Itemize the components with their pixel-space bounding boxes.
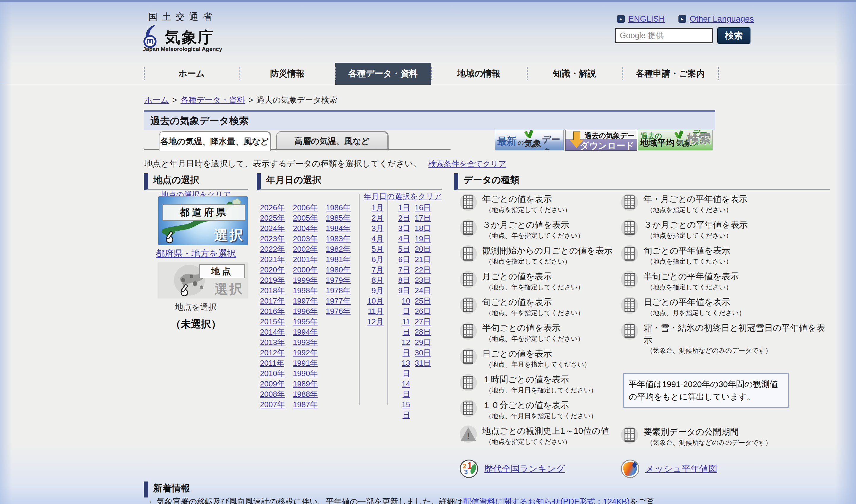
month-link[interactable]: 12月 xyxy=(367,317,383,326)
day-link[interactable]: 1日 xyxy=(398,203,410,212)
day-link[interactable]: 27日 xyxy=(415,317,431,326)
year-link[interactable]: 1984年 xyxy=(326,224,350,233)
nav-item[interactable]: 地域の情報 xyxy=(431,63,527,85)
clear-date-link[interactable]: 年月日の選択をクリア xyxy=(341,191,442,202)
month-link[interactable]: 4月 xyxy=(372,234,383,243)
year-link[interactable]: 2022年 xyxy=(260,245,285,253)
year-link[interactable]: 2000年 xyxy=(293,265,318,274)
day-link[interactable]: 29日 xyxy=(415,338,431,347)
month-link[interactable]: 7月 xyxy=(372,265,383,274)
day-link[interactable]: 22日 xyxy=(415,265,431,274)
data-type-item[interactable]: ! 旬ごとの値を表示 （地点、年を指定してください） xyxy=(460,296,620,322)
prefecture-select-link[interactable]: 都府県・地方を選択 xyxy=(144,248,248,260)
day-link[interactable]: 10日 xyxy=(401,296,410,316)
tab-upper-air-data[interactable]: 高層の気温、風など xyxy=(276,131,388,150)
day-link[interactable]: 8日 xyxy=(398,276,410,285)
day-link[interactable]: 18日 xyxy=(415,224,431,233)
year-link[interactable]: 2003年 xyxy=(293,234,318,243)
day-link[interactable]: 23日 xyxy=(415,276,431,285)
nav-item[interactable]: ホーム xyxy=(144,63,239,85)
tab-surface-data[interactable]: 各地の気温、降水量、風など xyxy=(159,131,270,151)
day-link[interactable]: 9日 xyxy=(398,286,410,295)
day-link[interactable]: 16日 xyxy=(415,203,431,212)
data-type-item[interactable]: ! 年ごとの値を表示 （地点を指定してください） xyxy=(460,193,620,219)
latest-weather-data-banner[interactable]: 最新 の 気象 データ xyxy=(495,130,564,150)
data-type-item[interactable]: ! 要素別データの公開期間 （気象台、測候所などのみのデータです） xyxy=(621,426,828,452)
year-link[interactable]: 2017年 xyxy=(260,296,285,305)
year-link[interactable]: 1983年 xyxy=(326,234,350,243)
day-link[interactable]: 21日 xyxy=(415,255,431,264)
day-link[interactable]: 14日 xyxy=(401,379,410,399)
day-link[interactable]: 6日 xyxy=(398,255,410,264)
data-type-item[interactable]: ! 年・月ごとの平年値を表示 （地点を指定してください） xyxy=(621,193,828,219)
regional-average-search-banner[interactable]: 過去の 地域平均 気象 データ 検索 xyxy=(638,130,713,150)
year-link[interactable]: 1977年 xyxy=(326,296,350,305)
day-link[interactable]: 3日 xyxy=(398,224,410,233)
data-type-item[interactable]: ! 観測開始からの月ごとの値を表示 （地点を指定してください） xyxy=(460,245,620,270)
month-link[interactable]: 8月 xyxy=(372,276,383,285)
month-link[interactable]: 2月 xyxy=(372,214,383,222)
month-link[interactable]: 5月 xyxy=(372,245,383,253)
prefecture-select-button[interactable]: 都道府県 選択 xyxy=(158,196,248,245)
year-link[interactable]: 1986年 xyxy=(326,203,350,212)
day-link[interactable]: 26日 xyxy=(415,307,431,316)
day-link[interactable]: 30日 xyxy=(415,348,431,357)
day-link[interactable]: 4日 xyxy=(398,234,410,243)
day-link[interactable]: 15日 xyxy=(401,400,410,419)
nav-item[interactable]: 防災情報 xyxy=(239,63,335,85)
year-link[interactable]: 1994年 xyxy=(293,327,318,336)
data-type-item[interactable]: ! １時間ごとの値を表示 （地点、年月日を指定してください） xyxy=(460,373,620,399)
month-link[interactable]: 1月 xyxy=(372,203,383,212)
data-type-item[interactable]: ! １０分ごとの値を表示 （地点、年月日を指定してください） xyxy=(460,399,620,425)
year-link[interactable]: 2013年 xyxy=(260,338,285,347)
year-link[interactable]: 2023年 xyxy=(260,234,285,243)
english-link[interactable]: ENGLISH xyxy=(628,14,665,24)
year-link[interactable]: 1990年 xyxy=(293,369,318,378)
day-link[interactable]: 7日 xyxy=(398,265,410,274)
day-link[interactable]: 25日 xyxy=(415,296,431,305)
nav-item[interactable]: 各種データ・資料 xyxy=(335,63,431,85)
year-link[interactable]: 1993年 xyxy=(293,338,318,347)
data-type-item[interactable]: ! ３か月ごとの平年値を表示 （地点を指定してください） xyxy=(621,219,828,245)
year-link[interactable]: 2018年 xyxy=(260,286,285,295)
month-link[interactable]: 10月 xyxy=(367,296,383,305)
data-type-item[interactable]: ! 半旬ごとの平年値を表示 （地点を指定してください） xyxy=(621,270,828,296)
year-link[interactable]: 1976年 xyxy=(326,307,350,316)
breadcrumb-section-link[interactable]: 各種データ・資料 xyxy=(181,96,245,105)
data-type-item[interactable]: ! 半旬ごとの値を表示 （地点、年を指定してください） xyxy=(460,322,620,348)
year-link[interactable]: 1979年 xyxy=(326,276,350,285)
day-link[interactable]: 31日 xyxy=(415,359,431,367)
year-link[interactable]: 2010年 xyxy=(260,369,285,378)
year-link[interactable]: 2014年 xyxy=(260,327,285,336)
year-link[interactable]: 2001年 xyxy=(293,255,318,264)
day-link[interactable]: 12日 xyxy=(401,338,410,357)
data-type-item[interactable]: ! ３か月ごとの値を表示 （地点、年を指定してください） xyxy=(460,219,620,245)
day-link[interactable]: 11日 xyxy=(402,317,410,336)
year-link[interactable]: 2026年 xyxy=(260,203,285,212)
day-link[interactable]: 2日 xyxy=(398,214,410,222)
other-languages-link[interactable]: Other Languages xyxy=(690,14,754,24)
day-link[interactable]: 19日 xyxy=(415,234,431,243)
data-type-item[interactable]: ! 旬ごとの平年値を表示 （地点を指定してください） xyxy=(621,245,828,270)
year-link[interactable]: 1992年 xyxy=(293,348,318,357)
day-link[interactable]: 13日 xyxy=(401,359,410,378)
breadcrumb-home-link[interactable]: ホーム xyxy=(144,96,169,105)
nav-item[interactable]: 各種申請・ご案内 xyxy=(622,63,718,85)
year-link[interactable]: 1988年 xyxy=(293,390,318,399)
mesh-normals-map-link[interactable]: メッシュ平年値図 xyxy=(645,463,717,475)
year-link[interactable]: 1997年 xyxy=(293,296,318,305)
day-link[interactable]: 17日 xyxy=(415,214,431,222)
year-link[interactable]: 1978年 xyxy=(326,286,350,295)
year-link[interactable]: 1982年 xyxy=(326,245,350,253)
day-link[interactable]: 5日 xyxy=(398,245,410,253)
nav-item[interactable]: 知識・解説 xyxy=(527,63,622,85)
year-link[interactable]: 2016年 xyxy=(260,307,285,316)
past-data-download-banner[interactable]: 過去の気象データ ダウンロード xyxy=(565,130,637,151)
year-link[interactable]: 1985年 xyxy=(326,214,350,222)
data-type-item[interactable]: ! 日ごとの平年値を表示 （地点、月を指定してください） xyxy=(621,296,828,322)
news-pdf-link[interactable]: 配信資料に関するお知らせ(PDF形式：124KB) xyxy=(463,497,630,504)
year-link[interactable]: 1989年 xyxy=(293,379,318,388)
year-link[interactable]: 2002年 xyxy=(293,245,318,253)
month-link[interactable]: 11月 xyxy=(368,307,383,316)
year-link[interactable]: 1995年 xyxy=(293,317,318,326)
